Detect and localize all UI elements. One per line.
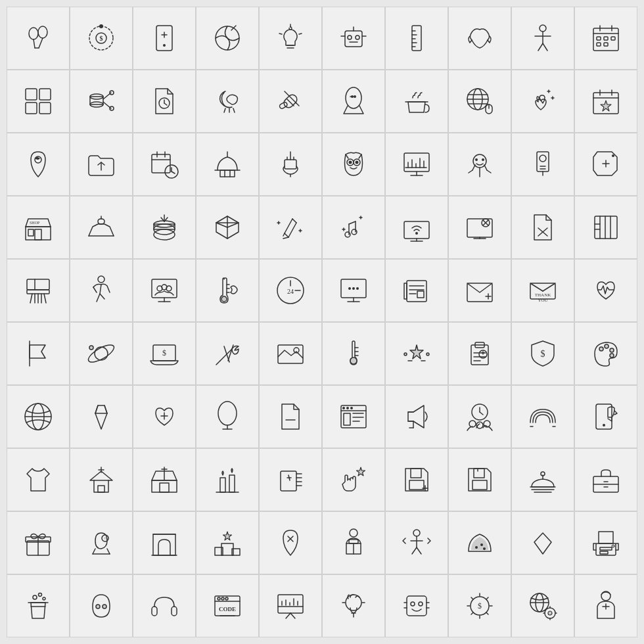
cell-phone-person[interactable]	[512, 133, 574, 195]
cell-rainbow[interactable]	[512, 386, 574, 448]
cell-file-minus[interactable]	[260, 386, 321, 448]
cell-face-tech[interactable]	[386, 575, 448, 637]
cell-floppy-plus[interactable]	[386, 449, 448, 511]
cell-tag-plus[interactable]	[575, 133, 637, 195]
cell-owl[interactable]	[323, 133, 384, 195]
cell-music-notes[interactable]	[323, 196, 384, 258]
cell-globe-broken[interactable]	[196, 7, 258, 69]
cell-egg-person[interactable]	[323, 70, 384, 132]
cell-coins-stack[interactable]	[70, 70, 132, 132]
cell-podium-star[interactable]	[196, 512, 258, 574]
cell-necktie[interactable]	[70, 386, 132, 448]
cell-robot-arm[interactable]	[449, 133, 511, 195]
cell-team-screen[interactable]	[133, 260, 195, 321]
cell-hanger-shirt[interactable]	[70, 196, 132, 258]
cell-clock-24[interactable]: 24	[260, 260, 321, 321]
cell-printer[interactable]	[575, 512, 637, 574]
cell-mobile-health[interactable]	[133, 7, 195, 69]
cell-phone-rocket[interactable]	[575, 386, 637, 448]
cell-candles[interactable]	[196, 449, 258, 511]
cell-watermelon[interactable]	[449, 512, 511, 574]
cell-toolbox[interactable]	[575, 449, 637, 511]
cell-person-active[interactable]	[70, 260, 132, 321]
cell-document-clock[interactable]	[133, 70, 195, 132]
cell-person-stretch[interactable]	[512, 7, 574, 69]
cell-accordion[interactable]	[575, 196, 637, 258]
cell-pencil-sparkle[interactable]	[260, 196, 321, 258]
cell-wifi-display[interactable]	[386, 196, 448, 258]
cell-thermometer-coil[interactable]	[196, 260, 258, 321]
cell-head-gears[interactable]	[70, 512, 132, 574]
cell-tshirt[interactable]	[7, 449, 69, 511]
cell-save-disk[interactable]	[449, 449, 511, 511]
cell-thermometer[interactable]	[323, 323, 384, 384]
cell-presentation[interactable]	[260, 575, 321, 637]
cell-person-arrows[interactable]	[386, 512, 448, 574]
cell-stars-rating[interactable]	[386, 323, 448, 384]
cell-headphones[interactable]	[133, 575, 195, 637]
cell-lightbulb[interactable]	[260, 7, 321, 69]
cell-globe-mouse[interactable]	[449, 70, 511, 132]
cell-church[interactable]	[70, 449, 132, 511]
cell-gift-box[interactable]	[7, 512, 69, 574]
cell-tv-blocked[interactable]	[449, 196, 511, 258]
cell-heart-plus[interactable]	[133, 386, 195, 448]
cell-shield-dollar[interactable]: $	[512, 323, 574, 384]
cell-file-x[interactable]	[512, 196, 574, 258]
cell-coin-sparkle[interactable]: $	[449, 575, 511, 637]
cell-calendar-grid[interactable]	[575, 7, 637, 69]
cell-grid-four[interactable]	[7, 70, 69, 132]
cell-flag[interactable]	[7, 323, 69, 384]
cell-market-building[interactable]	[133, 449, 195, 511]
cell-globe-gear[interactable]	[512, 575, 574, 637]
cell-worker-person[interactable]	[323, 512, 384, 574]
cell-plug[interactable]	[260, 133, 321, 195]
cell-balloons[interactable]	[7, 7, 69, 69]
cell-moon-cloud[interactable]	[196, 70, 258, 132]
cell-newspaper[interactable]	[386, 260, 448, 321]
cell-medicine-box[interactable]	[260, 449, 321, 511]
cell-heart-pulse[interactable]	[575, 260, 637, 321]
cell-mirror-oval[interactable]	[196, 386, 258, 448]
cell-drink-bubbles[interactable]	[7, 575, 69, 637]
cell-chart-monitor[interactable]	[386, 133, 448, 195]
cell-code-browser[interactable]: CODE	[196, 575, 258, 637]
cell-wrench-screwdriver[interactable]	[196, 323, 258, 384]
cell-photo-landscape[interactable]	[260, 323, 321, 384]
cell-star-calendar[interactable]	[575, 70, 637, 132]
cell-syringe-pill[interactable]	[260, 70, 321, 132]
cell-planet-orbit[interactable]	[70, 323, 132, 384]
cell-location-x[interactable]	[260, 512, 321, 574]
cell-robot-face[interactable]	[323, 7, 384, 69]
cell-map-pin-leaf[interactable]	[7, 133, 69, 195]
cell-cafe-cup[interactable]	[133, 196, 195, 258]
cell-folder-upload[interactable]	[70, 133, 132, 195]
cell-hand-stars[interactable]	[323, 449, 384, 511]
cell-building-dome[interactable]	[196, 133, 258, 195]
cell-thank-you[interactable]: THANKYOU	[512, 260, 574, 321]
cell-hearts-sparkle[interactable]	[512, 70, 574, 132]
cell-monitor-ellipsis[interactable]	[323, 260, 384, 321]
cell-clipboard-cart[interactable]	[449, 323, 511, 384]
cell-palette[interactable]	[575, 323, 637, 384]
cell-laptop-dollar[interactable]: $	[133, 323, 195, 384]
cell-shop-front[interactable]: SHOP	[7, 196, 69, 258]
cell-brain-bulb[interactable]	[323, 575, 384, 637]
cell-calendar-clock[interactable]	[133, 133, 195, 195]
cell-arch-building[interactable]	[133, 512, 195, 574]
cell-coin-orbit[interactable]: $	[70, 7, 132, 69]
cell-nurse[interactable]	[575, 575, 637, 637]
cell-web-layout[interactable]	[323, 386, 384, 448]
cell-shredder[interactable]	[7, 260, 69, 321]
cell-megaphone[interactable]	[386, 386, 448, 448]
cell-diamond[interactable]	[512, 512, 574, 574]
cell-cube[interactable]	[196, 196, 258, 258]
cell-globe-simple[interactable]	[7, 386, 69, 448]
cell-envelope-plus[interactable]	[449, 260, 511, 321]
cell-egg-round[interactable]	[70, 575, 132, 637]
cell-bell-service[interactable]	[512, 449, 574, 511]
cell-hands-care[interactable]	[449, 7, 511, 69]
cell-clock-team[interactable]	[449, 386, 511, 448]
cell-hot-coffee[interactable]	[386, 70, 448, 132]
cell-ruler[interactable]	[386, 7, 448, 69]
